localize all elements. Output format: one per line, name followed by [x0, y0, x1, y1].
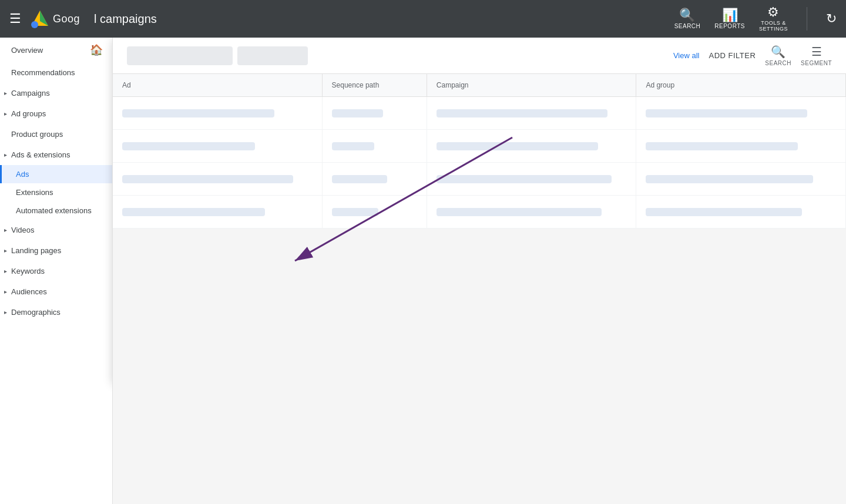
sidebar-item-label: Ads & extensions	[11, 150, 70, 159]
sidebar-item-label: Product groups	[11, 130, 63, 139]
tools-label: TOOLS &SETTINGS	[759, 20, 788, 32]
sidebar-item-label: Overview	[11, 46, 43, 55]
tools-settings-action[interactable]: ⚙ TOOLS &SETTINGS	[759, 6, 788, 32]
table-cell-ad	[113, 196, 323, 228]
table-cell-sequence	[323, 97, 427, 129]
sidebar-item-label: Ad groups	[11, 109, 46, 118]
sidebar-item-label: Extensions	[16, 188, 53, 197]
view-all-link[interactable]: View all	[673, 51, 700, 60]
table-cell-ad	[113, 97, 323, 129]
sidebar-item-automated-extensions[interactable]: Automated extensions	[0, 201, 112, 220]
sidebar-item-campaigns[interactable]: Campaigns	[0, 83, 112, 103]
filter-actions: View all ADD FILTER 🔍 SEARCH ☰ SEGMENT	[673, 45, 832, 66]
app-logo: Goog	[31, 9, 80, 28]
col-header-ad-group: Ad group	[636, 74, 846, 96]
sidebar-item-ads[interactable]: Ads	[0, 165, 112, 183]
home-icon: 🏠	[90, 43, 103, 56]
sidebar-item-landing-pages[interactable]: Landing pages	[0, 240, 112, 261]
table-cell-sequence	[323, 196, 427, 228]
table-row	[113, 163, 846, 196]
sidebar-item-label: Audiences	[11, 287, 47, 296]
search-label: SEARCH	[674, 23, 701, 29]
table-cell-campaign	[427, 163, 637, 195]
main-layout: Overview 🏠 Recommendations Campaigns Ad …	[0, 38, 846, 504]
sidebar-item-keywords[interactable]: Keywords	[0, 261, 112, 281]
svg-point-2	[31, 21, 38, 28]
ads-table: Ad Sequence path Campaign Ad group	[113, 74, 846, 229]
header-divider	[807, 7, 807, 31]
table-cell-campaign	[427, 130, 637, 162]
table-header: Ad Sequence path Campaign Ad group	[113, 74, 846, 97]
table-row	[113, 196, 846, 229]
search-label: SEARCH	[765, 60, 791, 66]
table-cell-adgroup	[636, 196, 846, 228]
col-header-ad: Ad	[113, 74, 323, 96]
table-row	[113, 97, 846, 130]
refresh-button[interactable]: ↻	[826, 11, 837, 26]
sidebar: Overview 🏠 Recommendations Campaigns Ad …	[0, 38, 113, 504]
sidebar-item-label: Keywords	[11, 267, 45, 275]
col-header-sequence-path: Sequence path	[323, 74, 427, 96]
sidebar-item-label: Recommendations	[11, 68, 75, 77]
sidebar-item-demographics[interactable]: Demographics	[0, 302, 112, 322]
tools-icon: ⚙	[767, 6, 779, 19]
table-cell-adgroup	[636, 163, 846, 195]
sidebar-item-label: Videos	[11, 226, 35, 234]
table-cell-sequence	[323, 130, 427, 162]
google-ads-logo-icon	[31, 9, 49, 28]
search-filter-button[interactable]: 🔍 SEARCH	[765, 45, 791, 66]
segment-label: SEGMENT	[801, 60, 832, 66]
sidebar-item-overview[interactable]: Overview 🏠	[0, 38, 112, 62]
page-title: l campaigns	[94, 12, 674, 26]
sidebar-item-label: Landing pages	[11, 246, 61, 255]
sidebar-item-ad-groups[interactable]: Ad groups	[0, 103, 112, 124]
table-cell-adgroup	[636, 97, 846, 129]
table-cell-campaign	[427, 196, 637, 228]
search-icon: 🔍	[771, 45, 785, 59]
sidebar-item-recommendations[interactable]: Recommendations	[0, 62, 112, 83]
logo-text: Goog	[53, 13, 80, 25]
sidebar-item-videos[interactable]: Videos	[0, 220, 112, 240]
sidebar-item-label: Ads	[16, 170, 29, 179]
sidebar-item-label: Campaigns	[11, 89, 50, 98]
table-row	[113, 130, 846, 163]
sidebar-item-product-groups[interactable]: Product groups	[0, 124, 112, 145]
reports-icon: 📊	[722, 9, 738, 22]
table-cell-sequence	[323, 163, 427, 195]
sidebar-item-ads-extensions[interactable]: Ads & extensions	[0, 145, 112, 165]
reports-action[interactable]: 📊 REPORTS	[714, 9, 745, 29]
sidebar-item-label: Demographics	[11, 308, 61, 317]
segment-button[interactable]: ☰ SEGMENT	[801, 45, 832, 66]
table-cell-ad	[113, 130, 323, 162]
segment-icon: ☰	[811, 45, 822, 59]
app-header: ☰ Goog l campaigns 🔍 SEARCH 📊 REPORTS ⚙ …	[0, 0, 846, 38]
date-range-selector[interactable]	[127, 46, 233, 65]
search-action[interactable]: 🔍 SEARCH	[674, 9, 701, 29]
add-filter-button[interactable]: ADD FILTER	[709, 51, 756, 60]
date-compare-selector[interactable]	[237, 46, 308, 65]
table-cell-adgroup	[636, 130, 846, 162]
sidebar-item-extensions[interactable]: Extensions	[0, 183, 112, 201]
col-header-campaign: Campaign	[427, 74, 637, 96]
search-icon: 🔍	[679, 9, 695, 22]
reports-label: REPORTS	[714, 23, 745, 29]
table-cell-campaign	[427, 97, 637, 129]
hamburger-menu[interactable]: ☰	[9, 11, 21, 26]
header-actions: 🔍 SEARCH 📊 REPORTS ⚙ TOOLS &SETTINGS ↻	[674, 6, 837, 32]
table-cell-ad	[113, 163, 323, 195]
sidebar-item-label: Automated extensions	[16, 206, 92, 215]
main-content: View all ADD FILTER 🔍 SEARCH ☰ SEGMENT A…	[113, 38, 846, 504]
sidebar-item-audiences[interactable]: Audiences	[0, 281, 112, 302]
filter-bar: View all ADD FILTER 🔍 SEARCH ☰ SEGMENT	[113, 38, 846, 74]
